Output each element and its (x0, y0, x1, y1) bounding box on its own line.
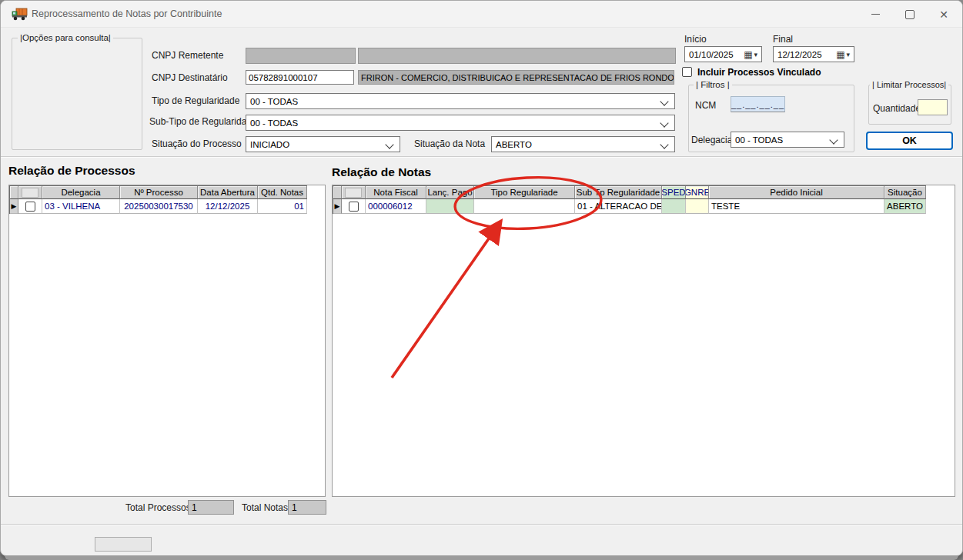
processos-panel: Delegacia Nº Processo Data Abertura Qtd.… (8, 185, 326, 497)
calendar-icon: ▦ (744, 49, 752, 60)
remetente-nome-field (358, 48, 676, 64)
processos-grid: Delegacia Nº Processo Data Abertura Qtd.… (9, 185, 307, 214)
row-marker-icon: ▶ (335, 203, 340, 210)
row-checkbox[interactable] (25, 202, 35, 212)
situacao-nota-label: Situação da Nota (414, 138, 485, 149)
filtros-groupbox-label: | Filtros | (694, 80, 732, 89)
opcoes-groupbox (12, 38, 142, 150)
section-divider-highlight (1, 157, 962, 158)
incluir-vinculado-checkbox[interactable] (682, 67, 692, 77)
ncm-label: NCM (695, 100, 716, 111)
opcoes-groupbox-label: |Opções para consulta| (18, 33, 113, 42)
col-header-tipo-regulariade[interactable]: Tipo Regulariade (474, 186, 575, 199)
row-marker-header (333, 186, 342, 199)
row-marker-header (10, 186, 18, 199)
cell-qtd-notas: 01 (258, 199, 307, 214)
ok-button-label: OK (902, 135, 917, 146)
tipo-regularidade-label: Tipo de Regularidade (152, 95, 239, 106)
cell-sped (662, 199, 686, 214)
app-truck-icon (12, 8, 28, 21)
select-all-inset (22, 188, 38, 198)
cell-processo: 20250030017530 (120, 199, 198, 214)
dropdown-arrow-icon: ▾ (754, 51, 757, 58)
chevron-down-icon (660, 140, 668, 148)
notas-title: Relação de Notas (332, 165, 431, 179)
total-notas-value: 1 (288, 500, 326, 515)
col-header-nota-fiscal[interactable]: Nota Fiscal (366, 186, 426, 199)
inicio-label: Início (684, 34, 707, 45)
close-icon: ✕ (939, 9, 948, 20)
final-date-value: 12/12/2025 (777, 50, 822, 59)
select-all-header[interactable] (342, 186, 366, 199)
cell-gnre (686, 199, 709, 214)
inicio-date-value: 01/10/2025 (689, 50, 734, 59)
select-all-header[interactable] (18, 186, 42, 199)
final-label: Final (773, 34, 793, 45)
row-marker-icon: ▶ (12, 203, 17, 210)
situacao-processo-select[interactable]: INICIADO (246, 136, 400, 152)
quantidade-input[interactable] (918, 99, 948, 115)
tipo-regularidade-value: 00 - TODAS (250, 97, 298, 106)
select-all-inset (345, 188, 362, 198)
dropdown-arrow-icon: ▾ (846, 51, 850, 58)
chevron-down-icon (385, 140, 393, 148)
ok-button[interactable]: OK (866, 132, 953, 150)
delegacia-label: Delegacia (691, 135, 732, 145)
cell-pedido-inicial: TESTE (709, 199, 884, 214)
total-processos-value: 1 (188, 500, 234, 515)
situacao-nota-select[interactable]: ABERTO (491, 136, 675, 152)
close-button[interactable]: ✕ (932, 6, 955, 22)
cnpj-destinatario-label: CNPJ Destinatário (152, 72, 228, 83)
chevron-down-icon (829, 135, 838, 144)
notas-header-row: Nota Fiscal Lanç. Pago Tipo Regulariade … (333, 186, 926, 199)
col-header-sped[interactable]: SPED (662, 186, 686, 199)
minimize-icon (871, 14, 880, 15)
ncm-masked-input[interactable]: __.__.__.__ (731, 96, 785, 112)
processos-row[interactable]: ▶ 03 - VILHENA 20250030017530 12/12/2025… (10, 199, 307, 214)
title-bar: Reprocessamento de Notas por Contribuint… (1, 1, 962, 28)
processos-title: Relação de Processos (8, 164, 135, 178)
col-header-gnre[interactable]: GNRE (686, 186, 709, 199)
col-header-qtd-notas[interactable]: Qtd. Notas (258, 186, 307, 199)
limitar-groupbox-label: | Limitar Processos| (870, 80, 948, 89)
notas-panel: Nota Fiscal Lanç. Pago Tipo Regulariade … (332, 185, 955, 497)
minimize-button[interactable] (864, 6, 887, 22)
cell-lanc-pago (426, 199, 474, 214)
col-header-sub-tp[interactable]: Sub Tp Regularidade (575, 186, 662, 199)
cnpj-remetente-field[interactable] (246, 48, 356, 64)
sub-tipo-regularidade-label: Sub-Tipo de Regularidade (149, 116, 257, 127)
total-processos-label: Total Processos (125, 502, 191, 513)
col-header-data-abertura[interactable]: Data Abertura (198, 186, 258, 199)
cell-tipo-regulariade (474, 199, 575, 214)
window-shadow (5, 555, 958, 560)
final-date-picker[interactable]: 12/12/2025 ▦ ▾ (773, 46, 854, 62)
incluir-vinculado-label: Incluir Processos Vinculado (697, 67, 821, 78)
col-header-situacao[interactable]: Situação (884, 186, 926, 199)
notas-row[interactable]: ▶ 000006012 01 - ALTERACAO DE IC TESTE A… (333, 199, 926, 214)
sub-tipo-regularidade-value: 00 - TODAS (250, 118, 298, 128)
col-header-delegacia[interactable]: Delegacia (42, 186, 120, 199)
delegacia-select[interactable]: 00 - TODAS (731, 132, 844, 148)
maximize-button[interactable] (898, 6, 921, 22)
notas-grid: Nota Fiscal Lanç. Pago Tipo Regulariade … (333, 185, 926, 214)
cell-situacao: ABERTO (884, 199, 926, 214)
row-checkbox[interactable] (349, 202, 359, 212)
sub-tipo-regularidade-select[interactable]: 00 - TODAS (246, 115, 675, 131)
cell-nota-fiscal: 000006012 (366, 199, 426, 214)
quantidade-label: Quantidade (873, 103, 921, 114)
tipo-regularidade-select[interactable]: 00 - TODAS (246, 93, 675, 109)
calendar-icon: ▦ (836, 49, 844, 60)
row-checkbox-cell (342, 199, 366, 214)
col-header-lanc-pago[interactable]: Lanç. Pago (426, 186, 474, 199)
footer-empty-button[interactable] (95, 537, 152, 552)
cnpj-remetente-label: CNPJ Remetente (152, 50, 223, 61)
inicio-date-picker[interactable]: 01/10/2025 ▦ ▾ (684, 46, 762, 62)
maximize-icon (905, 10, 915, 19)
chevron-down-icon (660, 97, 668, 105)
window-title: Reprocessamento de Notas por Contribuint… (32, 8, 222, 19)
app-window: Reprocessamento de Notas por Contribuint… (0, 0, 963, 556)
total-notas-label: Total Notas (242, 502, 288, 513)
col-header-processo[interactable]: Nº Processo (120, 186, 198, 199)
col-header-pedido-inicial[interactable]: Pedido Inicial (709, 186, 884, 199)
cnpj-destinatario-field[interactable]: 05782891000107 (246, 70, 354, 85)
